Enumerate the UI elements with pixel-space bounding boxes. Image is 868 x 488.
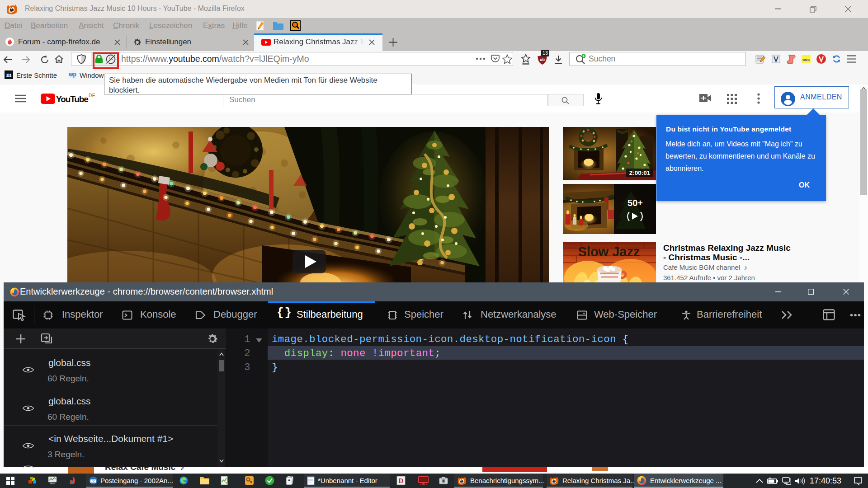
svg-text:D: D bbox=[399, 477, 404, 484]
svg-text:YouTube: YouTube bbox=[56, 94, 88, 104]
svg-text:DE: DE bbox=[89, 93, 95, 98]
svg-text:css: css bbox=[802, 57, 810, 62]
svg-text:2:00:01: 2:00:01 bbox=[629, 169, 651, 176]
svg-text:ub: ub bbox=[540, 57, 545, 62]
svg-text:50+: 50+ bbox=[627, 198, 643, 208]
svg-text:Slow Jazz: Slow Jazz bbox=[578, 244, 640, 259]
